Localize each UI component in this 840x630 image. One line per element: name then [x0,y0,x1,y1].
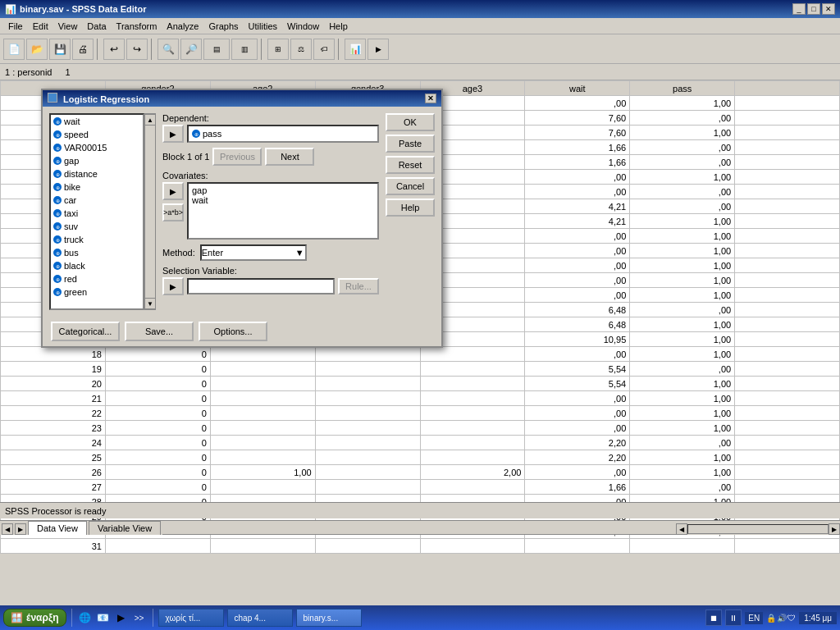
paste-button[interactable]: Paste [386,135,435,153]
scroll-down-btn[interactable]: ▼ [144,298,156,309]
var-list-scrollbar[interactable]: ▲ ▼ [144,113,156,310]
toolbar-scripts[interactable]: ▶ [368,39,389,60]
next-button[interactable]: Next [265,148,314,166]
taskbar: 🪟 έναρξη 🌐 📧 ▶ >> χωρίς τί... chap 4... … [0,605,840,630]
var-list-item[interactable]: ⊕black [51,259,143,272]
covariates-field[interactable]: gap wait [187,182,379,240]
toolbar-find[interactable]: 🔎 [180,39,202,60]
ok-button[interactable]: OK [386,113,435,131]
interaction-btn[interactable]: >a*b> [162,203,184,221]
quicklaunch-mail[interactable]: 📧 [95,609,112,626]
menu-utilities[interactable]: Utilities [244,20,282,33]
taskbar-media-control[interactable]: ⏹ [705,609,722,626]
quicklaunch-more[interactable]: >> [131,609,148,626]
toolbar-value-labels[interactable]: 🏷 [313,39,335,60]
var-label: VAR00015 [64,143,107,153]
var-label: black [64,261,85,271]
minimize-btn[interactable]: _ [792,3,806,15]
dialog-close-btn[interactable]: ✕ [425,94,436,103]
toolbar-chart[interactable]: 📊 [345,39,366,60]
toolbar-new[interactable]: 📄 [3,39,25,60]
menu-graphs[interactable]: Graphs [203,20,243,33]
menu-edit[interactable]: Edit [28,20,53,33]
dialog-right-content: Dependent: ▶ ⊕ pass Block 1 of 1 Previou [156,107,386,317]
help-button[interactable]: Help [386,199,435,217]
cancel-button[interactable]: Cancel [386,177,435,195]
dialog-title-text: Logistic Regression [48,93,149,104]
var-list-item[interactable]: ⊕taxi [51,207,143,220]
previous-button[interactable]: Previous [212,148,262,166]
dependent-move-btn[interactable]: ▶ [162,125,184,143]
covariate-move-btn[interactable]: ▶ [162,182,184,200]
var-label: bus [64,248,79,258]
taskbar-item-binary[interactable]: binary.s... [296,609,362,627]
toolbar-open[interactable]: 📂 [26,39,48,60]
var-label: green [64,287,87,297]
var-icon: ⊕ [53,262,62,270]
var-list-item[interactable]: ⊕VAR00015 [51,141,143,154]
menu-data[interactable]: Data [82,20,111,33]
toolbar-redo[interactable]: ↪ [126,39,148,60]
menu-window[interactable]: Window [282,20,324,33]
var-list-item[interactable]: ⊕car [51,194,143,207]
var-list-item[interactable]: ⊕distance [51,167,143,180]
maximize-btn[interactable]: □ [807,3,820,15]
logistic-regression-dialog: Logistic Regression ✕ ⊕wait⊕speed⊕VAR000… [41,89,443,348]
quicklaunch-media[interactable]: ▶ [113,609,130,626]
selection-var-field[interactable] [187,278,335,294]
toolbar-print[interactable]: 🖨 [72,39,94,60]
var-list-item[interactable]: ⊕bike [51,180,143,194]
toolbar-split[interactable]: ⊞ [267,39,289,60]
menu-view[interactable]: View [53,20,83,33]
reset-button[interactable]: Reset [386,156,435,174]
dependent-field[interactable]: ⊕ pass [187,125,379,143]
var-list-item[interactable]: ⊕suv [51,220,143,233]
save-button[interactable]: Save... [125,322,194,341]
tray-icon-2: 🔊 [777,614,787,623]
taskbar-item-chicti[interactable]: χωρίς τί... [158,609,224,627]
toolbar-insert-case[interactable]: ▥ [231,39,258,60]
menu-help[interactable]: Help [324,20,353,33]
start-button[interactable]: 🪟 έναρξη [3,609,66,627]
var-list-item[interactable]: ⊕wait [51,115,143,128]
var-list-item[interactable]: ⊕red [51,272,143,285]
menu-file[interactable]: File [3,20,28,33]
var-list-item[interactable]: ⊕green [51,285,143,299]
taskbar-play-btn[interactable]: ⏸ [725,609,742,626]
method-dropdown[interactable]: EnterForward: LRForward: WaldBackward: L… [200,244,307,261]
toolbar-insert-var[interactable]: ▤ [203,39,230,60]
toolbar-goto[interactable]: 🔍 [158,39,179,60]
method-section: Method: EnterForward: LRForward: WaldBac… [162,244,379,261]
close-btn[interactable]: ✕ [822,3,835,15]
var-list-item[interactable]: ⊕bus [51,246,143,259]
menu-transform[interactable]: Transform [112,20,162,33]
var-label: distance [64,169,98,179]
selection-variable-section: Selection Variable: ▶ Rule... [162,266,379,295]
categorical-button[interactable]: Categorical... [51,322,120,341]
var-label: red [64,274,77,284]
quicklaunch-ie[interactable]: 🌐 [77,609,94,626]
dialog-icon [48,93,57,103]
var-list-item[interactable]: ⊕truck [51,233,143,246]
dialog-bottom-buttons: Categorical... Save... Options... [43,317,441,346]
variable-list[interactable]: ⊕wait⊕speed⊕VAR00015⊕gap⊕distance⊕bike⊕c… [49,113,144,310]
var-icon: ⊕ [53,144,62,152]
toolbar-save[interactable]: 💾 [49,39,71,60]
var-list-item[interactable]: ⊕gap [51,154,143,167]
toolbar-weight[interactable]: ⚖ [290,39,312,60]
toolbar-undo[interactable]: ↩ [103,39,125,60]
toolbar-sep1 [97,39,100,60]
toolbar-sep3 [261,39,264,60]
cell-reference: 1 : personid [5,67,52,77]
taskbar-item-chap4[interactable]: chap 4... [227,609,293,627]
options-button[interactable]: Options... [199,322,267,341]
var-list-item[interactable]: ⊕speed [51,128,143,141]
scroll-up-btn[interactable]: ▲ [144,114,156,126]
block-section: Block 1 of 1 Previous Next [162,148,379,166]
selection-var-move-btn[interactable]: ▶ [162,277,184,295]
var-label: truck [64,235,84,244]
covariates-label: Covariates: [162,171,379,180]
menu-analyze[interactable]: Analyze [162,20,203,33]
rule-button[interactable]: Rule... [338,278,379,294]
tray-icon-3: 🛡 [788,614,796,623]
